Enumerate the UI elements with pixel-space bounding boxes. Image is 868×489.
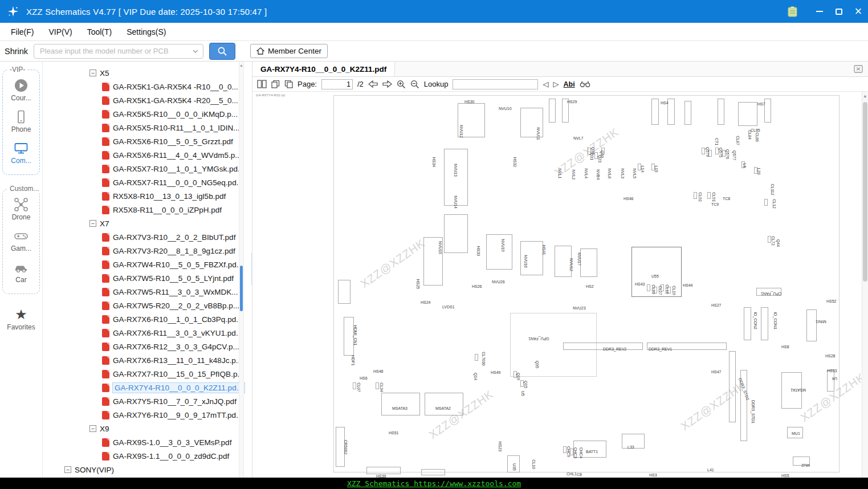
- pdf-icon: [102, 356, 109, 365]
- sidebar-item-com[interactable]: Com...: [3, 141, 39, 165]
- chevron-down-icon[interactable]: [193, 50, 198, 53]
- tree-file[interactable]: RX5X8-R11__0_0_0_iZPpH.pdf: [43, 203, 252, 217]
- favorites-label: Favorites: [7, 323, 35, 331]
- collapse-node-icon[interactable]: −: [89, 70, 96, 76]
- tree-file[interactable]: GA-RX7X7-R10__15_0_15_PfIQB.p...: [43, 367, 252, 381]
- tree-file[interactable]: GA-RX5X5-R10-R11__1_0_1_IDIN...: [43, 121, 252, 135]
- schematic-component: [520, 380, 524, 387]
- sidebar-item-car[interactable]: Car: [3, 260, 39, 284]
- advanced-search-button[interactable]: [580, 80, 590, 88]
- shrink-button[interactable]: Shrink: [5, 47, 28, 56]
- close-document-icon[interactable]: [854, 65, 863, 73]
- tree-file[interactable]: RX5X8-R10__13_0_13_igl5b.pdf: [43, 189, 252, 203]
- tree-group-label: X7: [100, 219, 109, 228]
- zoom-in-button[interactable]: [397, 80, 406, 89]
- page-number-input[interactable]: [321, 79, 353, 89]
- tree-file[interactable]: GA-RX5K5-R10__0_0_0_iKMqD.p...: [43, 107, 252, 121]
- tree-file[interactable]: GA-RX7X6-R13__11_0_11_k48Jc.p...: [43, 353, 252, 367]
- menu-filef[interactable]: File(F): [3, 27, 41, 36]
- lookup-label: Lookup: [424, 80, 449, 88]
- tree-group-label: X5: [100, 69, 109, 78]
- two-page-view-button[interactable]: [257, 80, 267, 88]
- menu-settingss[interactable]: Settings(S): [119, 27, 173, 36]
- sidebar-item-cour[interactable]: Cour...: [3, 78, 39, 102]
- tree-file[interactable]: GA-RX7Y4-R10__0_0_0_K2Z11.pd...: [43, 381, 252, 394]
- tree-file-label: GA-RX7Y6-R10__9_0_9_17mTT.pd...: [113, 411, 242, 419]
- schematic-label: CL92: [698, 192, 702, 202]
- scroll-up-icon[interactable]: ▲: [239, 63, 243, 67]
- collapse-node-icon[interactable]: −: [64, 466, 71, 473]
- viewer-scrollbar-thumb[interactable]: [863, 102, 867, 282]
- collapse-node-icon[interactable]: −: [89, 425, 96, 432]
- tree-file[interactable]: GA-RX7W5-R10__5_0_5_LYjnt.pdf: [43, 271, 252, 285]
- find-next-button[interactable]: ▷: [553, 80, 559, 88]
- tree-group-x5[interactable]: −X5: [43, 66, 252, 80]
- tree-file[interactable]: GA-RX7Y6-R10__9_0_9_17mTT.pd...: [43, 408, 252, 422]
- text-select-tool[interactable]: Abi: [563, 80, 574, 88]
- pdf-icon: [102, 438, 109, 447]
- pdf-icon: [102, 137, 109, 146]
- favorites-item[interactable]: ★ Favorites: [0, 308, 42, 331]
- lookup-input[interactable]: [453, 79, 538, 89]
- maximize-button[interactable]: [829, 0, 849, 23]
- zoom-out-button[interactable]: [410, 80, 419, 89]
- sidebar-item-label: Phone: [11, 125, 31, 133]
- next-page-button[interactable]: [382, 80, 392, 88]
- tree-group-x9[interactable]: −X9: [43, 422, 252, 435]
- viewer-scrollbar[interactable]: ▲: [862, 92, 868, 478]
- schematic-label: CL07: [357, 382, 361, 392]
- tree-file[interactable]: GA-RX5K1-GA-RX5K4 -R20__5_0...: [43, 93, 252, 107]
- tree-scrollbar-thumb[interactable]: [240, 266, 243, 311]
- tree-file[interactable]: GA-RX5X7-R11__0_0_0_NG5eq.pd...: [43, 176, 252, 189]
- tree-file[interactable]: GA-RX9S-1.1__0_0_0_zd9dC.pdf: [43, 449, 252, 463]
- tree-file[interactable]: GA-RX7W5-R11__3_0_3_WxMDK...: [43, 285, 252, 299]
- schematic-label: TC8: [723, 197, 730, 201]
- tree-group-sonyvip[interactable]: −SONY(VIP): [43, 463, 252, 476]
- schematic-component: [486, 234, 512, 270]
- tree-file[interactable]: GA-RX9S-1.0__3_0_3_VEMsP.pdf: [43, 435, 252, 449]
- collapse-node-icon[interactable]: −: [89, 220, 96, 227]
- tree-file[interactable]: GA-RX7W5-R20__2_0_2_vB8Bp.p...: [43, 299, 252, 312]
- search-button[interactable]: [209, 43, 235, 60]
- tree-file[interactable]: GA-RX5X6-R10__5_0_5_Grzzt.pdf: [43, 135, 252, 148]
- tree-file-label: GA-RX7V3-R10__2_0_2_BIbUT.pdf: [113, 233, 235, 242]
- search-input[interactable]: [34, 47, 193, 55]
- tree-file[interactable]: GA-RX7Y5-R10__7_0_7_xJnJQ.pdf: [43, 394, 252, 408]
- schematic-label: CL112: [771, 184, 775, 195]
- schematic-page[interactable]: GA-RX7Y4-R10 (s) HS30NVU10HS29HS4HS7NVU1…: [252, 92, 868, 478]
- schematic-label: CL87: [736, 136, 740, 145]
- schematic-label: HS53: [827, 369, 837, 373]
- tree-file[interactable]: GA-RX7X6-R10__1_0_1_Cb3Pq.pd...: [43, 312, 252, 326]
- schematic-label: NVU19: [501, 239, 505, 252]
- license-card-icon[interactable]: [788, 6, 797, 17]
- tree-file[interactable]: GA-RX5K1-GA-RX5K4 -R10__0_0...: [43, 80, 252, 93]
- tree-file[interactable]: GA-RX7W4-R10__5_0_5_FBZXf.pd...: [43, 258, 252, 271]
- sidebar-item-drone[interactable]: Drone: [3, 197, 39, 221]
- minimize-button[interactable]: [810, 0, 829, 23]
- tree-scrollbar[interactable]: ▲: [239, 62, 244, 478]
- previous-page-button[interactable]: [368, 80, 378, 88]
- tree-file[interactable]: GA-RX5X7-R10__1_0_1_YMGsk.pd...: [43, 162, 252, 176]
- menu-toolt[interactable]: Tool(T): [80, 27, 120, 36]
- schematic-label: NVL4: [584, 169, 588, 179]
- tree-file[interactable]: GA-RX7V3-R10__2_0_2_BIbUT.pdf: [43, 230, 252, 244]
- tree-file[interactable]: GA-RX7X6-R12__3_0_3_G4pCV.p...: [43, 340, 252, 353]
- zoom-out-icon: [410, 80, 419, 89]
- pdf-icon: [102, 301, 109, 310]
- tree-file[interactable]: GA-RX5X6-R11__4_0_4_WVdm5.p...: [43, 148, 252, 162]
- schematic-label: CL20: [651, 284, 655, 294]
- document-tab[interactable]: GA-RX7Y4-R10__0_0_0_K2Z11.pdf: [252, 62, 395, 76]
- sidebar-item-gam[interactable]: Gam...: [3, 229, 39, 252]
- tree-file[interactable]: GA-RX7V3-R20__8_1_8_9g1cz.pdf: [43, 244, 252, 258]
- tree-file[interactable]: GA-RX7X6-R11__3_0_3_vKYU1.pd...: [43, 326, 252, 340]
- member-center-button[interactable]: Member Center: [250, 44, 328, 58]
- scroll-up-icon[interactable]: ▲: [862, 93, 868, 99]
- find-previous-button[interactable]: ◁: [543, 80, 548, 88]
- tree-group-x7[interactable]: −X7: [43, 217, 252, 230]
- close-button[interactable]: ×: [849, 0, 868, 23]
- rotate-left-button[interactable]: [271, 80, 280, 88]
- document-tab-bar: GA-RX7Y4-R10__0_0_0_K2Z11.pdf: [252, 62, 868, 77]
- menu-vipv[interactable]: VIP(V): [41, 27, 79, 36]
- sidebar-item-phone[interactable]: Phone: [3, 109, 39, 133]
- rotate-right-button[interactable]: [284, 80, 293, 88]
